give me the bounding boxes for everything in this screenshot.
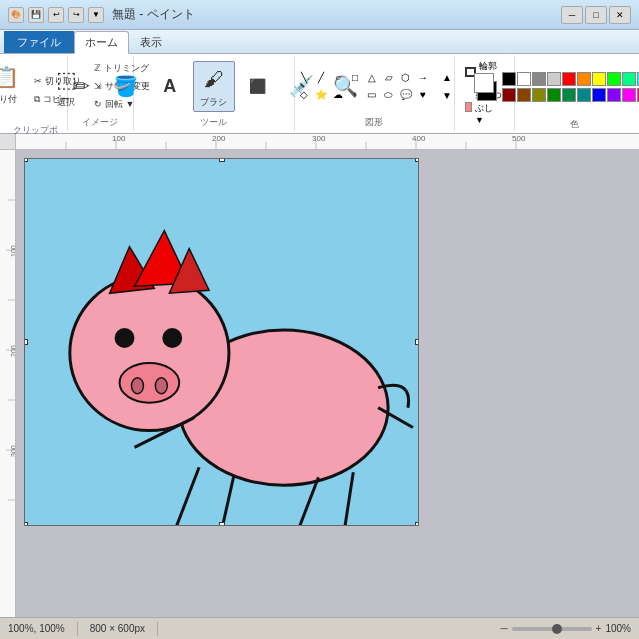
eraser-icon: ⬛ — [242, 70, 274, 102]
fg-color-swatch[interactable] — [474, 73, 494, 93]
colors-content: 色の編集 — [474, 58, 639, 116]
diag-shape[interactable]: ╱ — [313, 70, 329, 86]
window-title: 無題 - ペイント — [112, 6, 195, 23]
tab-file[interactable]: ファイル — [4, 31, 74, 53]
redo-icon[interactable]: ↪ — [68, 7, 84, 23]
pencil-button[interactable]: ✏ — [61, 67, 103, 105]
ribbon-tabs: ファイル ホーム 表示 — [0, 30, 639, 54]
shapes-up[interactable]: ▲ — [439, 69, 455, 85]
svg-line-37 — [174, 467, 199, 525]
color-darkgreen2[interactable] — [562, 88, 576, 102]
heart-shape[interactable]: ♥ — [415, 87, 431, 103]
color-lightgray[interactable] — [547, 72, 561, 86]
cloud-shape[interactable]: ☁ — [330, 87, 346, 103]
color-black[interactable] — [502, 72, 516, 86]
ruler-v-svg: 100 200 300 — [0, 150, 16, 550]
line-shape[interactable]: ╲ — [296, 70, 312, 86]
svg-text:400: 400 — [412, 134, 426, 143]
ruler-h-svg: 100200300400500 — [16, 134, 639, 150]
handle-tm[interactable] — [219, 158, 225, 162]
minimize-button[interactable]: ─ — [561, 6, 583, 24]
close-button[interactable]: ✕ — [609, 6, 631, 24]
handle-ml[interactable] — [24, 339, 28, 345]
color-purple[interactable] — [607, 88, 621, 102]
image-label: イメージ — [82, 116, 118, 129]
handle-tr[interactable] — [415, 158, 419, 162]
svg-point-33 — [162, 328, 182, 348]
speech-shape[interactable]: 💬 — [398, 87, 414, 103]
color-lime[interactable] — [607, 72, 621, 86]
status-divider-1 — [77, 622, 78, 636]
hex-shape[interactable]: ⬡ — [398, 70, 414, 86]
paste-button[interactable]: 📋 貼り付け — [0, 58, 27, 122]
handle-bl[interactable] — [24, 522, 28, 526]
title-bar: 🎨 💾 ↩ ↪ ▼ 無題 - ペイント ─ □ ✕ — [0, 0, 639, 30]
eraser-button[interactable]: ⬛ — [237, 67, 279, 105]
shapes-down[interactable]: ▼ — [439, 87, 455, 103]
ruler-row: 100200300400500 — [0, 134, 639, 150]
zoom-level: 100% — [605, 623, 631, 634]
handle-bm[interactable] — [219, 522, 225, 526]
color-darkteal[interactable] — [577, 88, 591, 102]
color-darkgreen[interactable] — [547, 88, 561, 102]
color-darkred[interactable] — [502, 88, 516, 102]
quick-access: 🎨 💾 ↩ ↪ ▼ — [8, 7, 104, 23]
svg-text:300: 300 — [312, 134, 326, 143]
shapes-content: ╲ ╱ ○ □ △ ▱ ⬡ → ◇ ⭐ ☁ ↑ ▭ ⬭ 💬 ♥ ▲ ▼ — [294, 58, 455, 114]
paste-label: 貼り付け — [0, 93, 22, 119]
shapes-group: ╲ ╱ ○ □ △ ▱ ⬡ → ◇ ⭐ ☁ ↑ ▭ ⬭ 💬 ♥ ▲ ▼ — [295, 56, 455, 131]
brush-icon: 🖌 — [198, 64, 230, 96]
color-gray[interactable] — [532, 72, 546, 86]
up-arrow-shape[interactable]: ↑ — [347, 87, 363, 103]
color-teal[interactable] — [622, 72, 636, 86]
color-row-2 — [502, 88, 640, 102]
zoom-out-btn[interactable]: ─ — [500, 623, 507, 634]
text-button[interactable]: A — [149, 67, 191, 105]
tools-label: ツール — [200, 116, 227, 129]
arrow-shape[interactable]: → — [415, 70, 431, 86]
drawing-viewport[interactable] — [16, 150, 639, 617]
scroll-arrows: ▲ ▼ — [439, 69, 455, 103]
circle-shape[interactable]: ○ — [330, 70, 346, 86]
fill-button[interactable]: 🪣 — [105, 67, 147, 105]
save-icon[interactable]: 💾 — [28, 7, 44, 23]
color-yellow[interactable] — [592, 72, 606, 86]
fill-icon: 🪣 — [110, 70, 142, 102]
color-darkorange[interactable] — [517, 88, 531, 102]
ruler-corner — [0, 134, 16, 150]
handle-mr[interactable] — [415, 339, 419, 345]
zoom-in-btn[interactable]: + — [596, 623, 602, 634]
dropdown-icon[interactable]: ▼ — [88, 7, 104, 23]
rounded-rect-shape[interactable]: ▭ — [364, 87, 380, 103]
brush-button[interactable]: 🖌 ブラシ — [193, 61, 235, 112]
drawing-canvas-wrapper — [24, 158, 419, 526]
color-red[interactable] — [562, 72, 576, 86]
color-pink[interactable] — [622, 88, 636, 102]
para-shape[interactable]: ▱ — [381, 70, 397, 86]
star-shape[interactable]: ⭐ — [313, 87, 329, 103]
pig-drawing — [25, 159, 418, 525]
maximize-button[interactable]: □ — [585, 6, 607, 24]
handle-br[interactable] — [415, 522, 419, 526]
colors-label: 色 — [570, 118, 579, 131]
zoom-slider[interactable] — [512, 627, 592, 631]
ribbon: 📋 貼り付け ✂ 切り取り ⧉ コピー クリップボード ⬚ 選択 ℤ トリミング… — [0, 54, 639, 134]
color-white[interactable] — [517, 72, 531, 86]
tab-view[interactable]: 表示 — [129, 31, 173, 53]
svg-point-34 — [120, 363, 180, 403]
drawing-canvas[interactable] — [24, 158, 419, 526]
rect-shape[interactable]: □ — [347, 70, 363, 86]
ruler-horizontal: 100200300400500 — [16, 134, 639, 150]
color-blue[interactable] — [592, 88, 606, 102]
undo-icon[interactable]: ↩ — [48, 7, 64, 23]
tab-home[interactable]: ホーム — [74, 31, 129, 54]
color-palette — [500, 70, 640, 104]
color-orange[interactable] — [577, 72, 591, 86]
paste-icon: 📋 — [0, 61, 22, 93]
tri-shape[interactable]: △ — [364, 70, 380, 86]
paint-icon: 🎨 — [8, 7, 24, 23]
color-olive[interactable] — [532, 88, 546, 102]
handle-tl[interactable] — [24, 158, 28, 162]
ellipse-shape[interactable]: ⬭ — [381, 87, 397, 103]
diamond-shape[interactable]: ◇ — [296, 87, 312, 103]
